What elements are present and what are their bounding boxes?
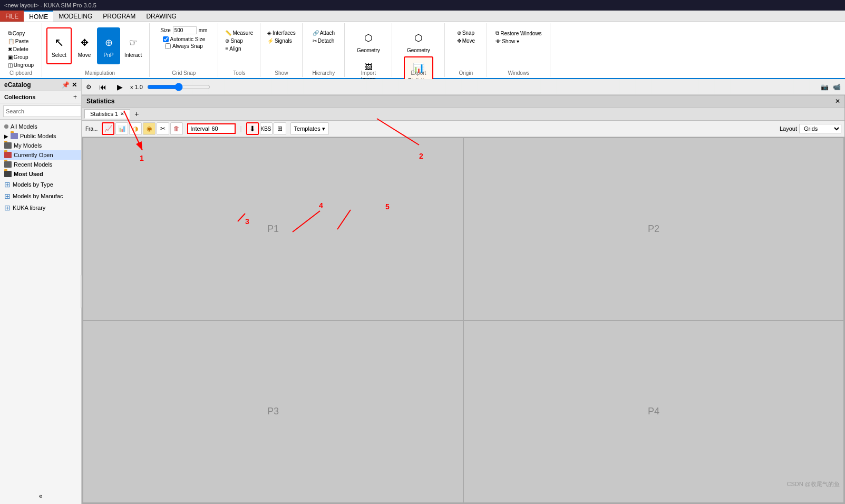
move-button[interactable]: ✥ Move <box>73 27 96 64</box>
interfaces-icon: ◈ <box>267 30 271 36</box>
search-input[interactable] <box>3 105 81 117</box>
search-row: 🔍 ⊞ ≡ <box>0 103 81 120</box>
geometry-export-button[interactable]: ⬡ Geometry <box>404 27 433 55</box>
pin-icon[interactable]: 📌 <box>62 81 70 89</box>
public-models-item[interactable]: ▶ Public Models <box>0 131 81 141</box>
size-unit: mm <box>199 27 208 33</box>
stats-grid: P1 P2 P3 P4 <box>82 137 844 503</box>
geometry-import-button[interactable]: ⬡ Geometry <box>354 27 383 55</box>
chart-yellow-button[interactable]: ◉ <box>143 122 156 135</box>
move-origin-button[interactable]: ✥ Move <box>455 37 477 44</box>
add-collection-button[interactable]: + <box>73 93 77 101</box>
panel-p3[interactable]: P3 <box>83 321 463 503</box>
chart-pie-button[interactable]: ◑ <box>129 122 142 135</box>
detach-button[interactable]: ✂ Detach <box>311 37 336 44</box>
geometry-export-label: Geometry <box>407 47 430 53</box>
kuka-library-item[interactable]: ⊞ KUKA library <box>0 202 81 214</box>
geometry-export-icon: ⬡ <box>410 30 427 46</box>
export-label: Export <box>392 70 444 76</box>
signals-button[interactable]: ⚡ Signals <box>266 37 297 44</box>
ungroup-button[interactable]: ◫ Ungroup <box>6 62 35 69</box>
restore-windows-button[interactable]: ⧉ Restore Windows <box>494 30 543 37</box>
pnp-button[interactable]: ⊕ PnP <box>97 27 120 64</box>
collapse-button[interactable]: « <box>39 492 43 500</box>
collections-header-label: Collections <box>4 94 35 100</box>
stats-tab-close[interactable]: ✕ <box>120 111 124 117</box>
stats-title-bar: Statistics ✕ <box>82 95 844 108</box>
delete-label: Delete <box>13 46 28 52</box>
delete-stat-button[interactable]: 🗑 <box>170 122 183 135</box>
my-models-item[interactable]: My Models <box>0 141 81 150</box>
play-button[interactable]: ▶ <box>114 82 126 92</box>
currently-open-item[interactable]: Currently Open <box>0 150 81 160</box>
attach-button[interactable]: 🔗 Attach <box>311 30 336 36</box>
panel-p4[interactable]: P4 <box>464 321 843 503</box>
group-icon: ▣ <box>8 54 13 60</box>
interval-input[interactable] <box>211 125 232 132</box>
menu-program[interactable]: PROGRAM <box>98 11 141 22</box>
stats-tab-1[interactable]: Statistics 1 ✕ <box>84 109 130 119</box>
always-snap-checkbox[interactable]: Always Snap <box>165 43 203 49</box>
speed-display: x 1.0 <box>130 84 143 90</box>
title-bar: <new layout> - KUKA SIM Pro 3.0.5 <box>0 0 845 11</box>
panel-p2[interactable]: P2 <box>464 138 843 320</box>
measure-button[interactable]: 📏 Measure <box>224 30 255 36</box>
add-tab-button[interactable]: + <box>131 109 142 119</box>
show-windows-icon: 👁 <box>496 38 501 44</box>
snap-icon: ⊚ <box>225 38 229 44</box>
most-used-item[interactable]: Most Used <box>0 169 81 179</box>
models-by-manufac-item[interactable]: ⊞ Models by Manufac <box>0 190 81 202</box>
snap-origin-button[interactable]: ⊚ Snap <box>455 30 477 36</box>
menu-file[interactable]: FILE <box>0 11 24 22</box>
rewind-button[interactable]: ⏮ <box>96 82 110 92</box>
templates-button[interactable]: Templates ▾ <box>290 122 329 135</box>
stats-close-button[interactable]: ✕ <box>835 98 840 105</box>
close-icon[interactable]: ✕ <box>72 81 77 89</box>
detach-label: Detach <box>318 38 335 44</box>
title-text: <new layout> - KUKA SIM Pro 3.0.5 <box>4 2 96 8</box>
snap-button[interactable]: ⊚ Snap <box>224 37 255 44</box>
show-windows-button[interactable]: 👁 Show ▾ <box>494 38 543 45</box>
panel-p1[interactable]: P1 <box>83 138 463 320</box>
models-by-type-item[interactable]: ⊞ Models by Type <box>0 179 81 190</box>
chart-bar-button[interactable]: 📊 <box>115 122 128 135</box>
pnp-icon: ⊕ <box>100 34 117 51</box>
menu-modeling[interactable]: MODELING <box>53 11 98 22</box>
import-data-button[interactable]: ⬇ <box>246 122 259 135</box>
chart-line-button[interactable]: 📈 <box>102 122 114 135</box>
data-button2[interactable]: ⊞ <box>274 122 286 135</box>
ribbon-manipulation-section: ↖ Select ✥ Move ⊕ PnP ☞ Interact Manipul… <box>42 23 150 77</box>
ecatalog-title: eCatalog <box>4 81 31 89</box>
ribbon-clipboard-section: ⧉ Copy 📋 Paste ✖ Delete ▣ Group ◫ Ungrou… <box>0 23 42 77</box>
clipboard-label: Clipboard <box>0 70 42 76</box>
speed-slider[interactable] <box>147 83 210 91</box>
interact-icon: ☞ <box>125 34 142 51</box>
snap-origin-icon: ⊚ <box>457 30 461 36</box>
delete-icon: ✖ <box>8 46 12 52</box>
menu-home[interactable]: HOME <box>24 11 53 22</box>
interact-button[interactable]: ☞ Interact <box>121 27 145 64</box>
interval-box: Interval <box>187 123 236 134</box>
scissors-button[interactable]: ✂ <box>157 122 169 135</box>
all-models-item[interactable]: All Models <box>0 122 81 131</box>
record-icon[interactable]: 📹 <box>833 83 841 91</box>
interfaces-button[interactable]: ◈ Interfaces <box>266 30 297 36</box>
size-input[interactable] <box>173 26 197 34</box>
layout-select[interactable]: Grids Single Horizontal Vertical <box>799 124 841 133</box>
export-data-button[interactable]: KBS <box>260 122 273 135</box>
automatic-size-checkbox[interactable]: Automatic Size <box>163 36 206 42</box>
recent-models-item[interactable]: Recent Models <box>0 160 81 169</box>
align-button[interactable]: ≡ Align <box>224 45 255 52</box>
select-button[interactable]: ↖ Select <box>46 27 72 64</box>
copy-button[interactable]: ⧉ Copy <box>6 30 35 37</box>
stats-tabs: Statistics 1 ✕ + <box>82 108 844 121</box>
menu-drawing[interactable]: DRAWING <box>141 11 182 22</box>
group-button[interactable]: ▣ Group <box>6 54 35 61</box>
camera-icon[interactable]: 📷 <box>821 83 829 91</box>
paste-button[interactable]: 📋 Paste <box>6 38 35 45</box>
settings-icon[interactable]: ⚙ <box>86 83 92 91</box>
group-label: Group <box>14 54 28 60</box>
models-by-manufac-icon: ⊞ <box>4 192 11 200</box>
delete-button[interactable]: ✖ Delete <box>6 46 35 53</box>
windows-label: Windows <box>487 70 550 76</box>
